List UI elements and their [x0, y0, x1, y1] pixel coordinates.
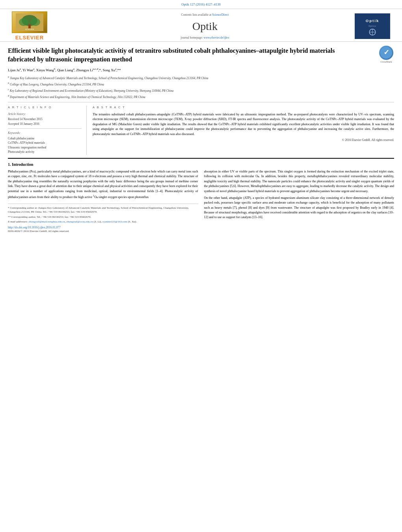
journal-header: ELSEVIER ELSEVIER Contents lists availab… [0, 9, 402, 42]
intro-left-column: Phthalocyanines (Pcs), particularly meta… [8, 169, 198, 234]
accepted-date: Accepted 10 January 2016 [8, 122, 82, 126]
affiliation-d: d Department of Materials Science and En… [8, 94, 394, 99]
elsevier-tree-image: ELSEVIER [12, 11, 47, 33]
keyword-4: Photocatalytic activity [8, 150, 82, 154]
introduction-columns: Phthalocyanines (Pcs), particularly meta… [8, 169, 394, 234]
article-history-label: Article history: [8, 112, 82, 117]
homepage-url[interactable]: www.elsevier.de/ijleo [203, 36, 229, 39]
sciencedirect-link[interactable]: ScienceDirect [212, 13, 229, 17]
issn-text: 0030-4026/© 2016 Elsevier GmbH. All righ… [8, 230, 198, 234]
abstract-text: The tetranitro substituted cobalt phthal… [93, 112, 394, 137]
keywords-label: Keywords: [8, 131, 82, 135]
main-content: Efficient visible light photocatalytic a… [0, 42, 402, 237]
keyword-1: Cobalt phthalocyanine [8, 137, 82, 141]
journal-name: Optik [55, 19, 355, 34]
footnotes: * Corresponding author at: Jiangsu Key L… [8, 204, 198, 234]
page: Optik 127 (2016) 4127–4130 ELSEVIER ELSE… [0, 0, 402, 532]
svg-text:Optik: Optik [366, 19, 379, 23]
email-link-3[interactable]: cyanine123@163.com [102, 220, 127, 223]
svg-text:Optics: Optics [368, 25, 376, 27]
journal-center: Contents lists available at ScienceDirec… [55, 13, 355, 40]
volume-issue: Optik 127 (2016) 4127–4130 [181, 2, 220, 6]
journal-homepage: journal homepage: www.elsevier.de/ijleo [55, 36, 355, 40]
footnote-email: E-mail addresses: zhongyuli@mail.tsinghu… [8, 220, 198, 224]
intro-left-text: Phthalocyanines (Pcs), particularly meta… [8, 169, 198, 200]
keyword-2: CoTNPc–ATP hybrid materials [8, 141, 82, 145]
intro-right-column: absorption in either UV or visible parts… [204, 169, 395, 234]
info-divider [8, 128, 82, 129]
info-abstract-section: A R T I C L E I N F O Article history: R… [8, 102, 394, 155]
crossmark-label: CrossMark [381, 60, 392, 63]
email-link-1[interactable]: zhongyuli@mail.tsinghua.edu.cn [28, 220, 65, 223]
title-section: Efficient visible light photocatalytic a… [8, 46, 394, 64]
received-date: Received 14 November 2015 [8, 117, 82, 122]
svg-rect-4 [28, 24, 31, 28]
elsevier-wordmark: ELSEVIER [15, 34, 44, 41]
introduction-title: 1. Introduction [8, 162, 394, 167]
svg-point-3 [31, 18, 40, 26]
affiliation-b: b College of Hua Loogerq, Changzhou Univ… [8, 81, 394, 87]
email-link-2[interactable]: zhongyuli@cczu.edu.cn [66, 220, 93, 223]
body-content: 1. Introduction Phthalocyanines (Pcs), p… [8, 158, 394, 234]
optik-logo-section: Optik Optics [355, 13, 394, 39]
contents-available-text: Contents lists available at ScienceDirec… [55, 13, 355, 17]
elsevier-logo-section: ELSEVIER ELSEVIER [8, 11, 55, 41]
keyword-3: Ultrasonic impregnation method [8, 146, 82, 150]
abstract-column: A B S T R A C T The tetranitro substitut… [93, 106, 394, 155]
doi-link[interactable]: http://dx.doi.org/10.1016/j.ijleo.2016.0… [8, 226, 198, 230]
svg-text:✓: ✓ [383, 48, 389, 56]
crossmark-badge: ✓ CrossMark [378, 46, 394, 62]
journal-citation: Optik 127 (2016) 4127–4130 [0, 0, 402, 9]
elsevier-logo: ELSEVIER ELSEVIER [8, 11, 51, 41]
footnote-star2: ** Corresponding author. Tel.: +86 519 8… [8, 215, 198, 219]
affiliations: a Jiangsu Key Laboratory of Advanced Cat… [8, 75, 394, 99]
article-title: Efficient visible light photocatalytic a… [8, 46, 372, 64]
crossmark-icon: ✓ [379, 46, 393, 60]
abstract-header: A B S T R A C T [93, 106, 394, 110]
authors-line: Lijun Jua, Yi Wana, Xinyu Wangb, Qian Li… [8, 67, 394, 73]
article-info-column: A R T I C L E I N F O Article history: R… [8, 106, 87, 155]
svg-point-2 [19, 18, 28, 26]
affiliation-c: c Key Laboratory of Regional Environment… [8, 87, 394, 93]
affiliation-a: a Jiangsu Key Laboratory of Advanced Cat… [8, 75, 394, 80]
footnote-star1: * Corresponding author at: Jiangsu Key L… [8, 206, 198, 214]
intro-right-text-1: absorption in either UV or visible parts… [204, 169, 395, 194]
intro-right-text-2: On the other hand, attapulgite (ATP), a … [204, 196, 395, 220]
optik-logo: Optik Optics [355, 13, 390, 39]
article-info-header: A R T I C L E I N F O [8, 106, 82, 110]
svg-text:ELSEVIER: ELSEVIER [25, 28, 34, 30]
copyright-notice: © 2016 Elsevier GmbH. All rights reserve… [93, 138, 394, 143]
